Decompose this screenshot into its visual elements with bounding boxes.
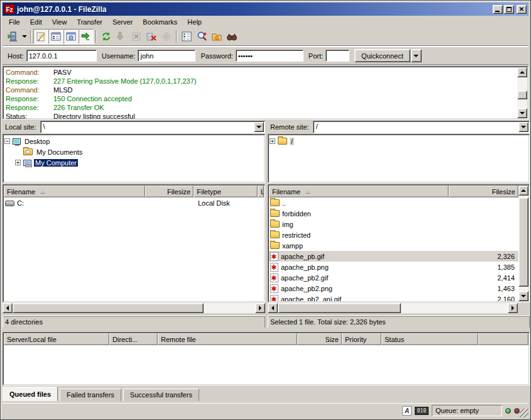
tree-item-my-documents[interactable]: My Documents xyxy=(4,146,263,157)
tree-item-root[interactable]: + / xyxy=(270,136,528,146)
host-input[interactable] xyxy=(26,50,97,62)
table-row[interactable]: img xyxy=(269,219,518,229)
column-header-server-local-file[interactable]: Server/Local file xyxy=(4,333,109,345)
table-row[interactable]: C: Local Disk xyxy=(4,197,264,208)
open-folder-icon xyxy=(278,138,287,145)
table-row[interactable]: restricted xyxy=(269,229,518,240)
scroll-track[interactable] xyxy=(401,303,508,313)
remote-site-dropdown[interactable] xyxy=(518,122,528,132)
local-disk-icon xyxy=(5,201,14,206)
scroll-right-icon[interactable] xyxy=(255,303,265,313)
scroll-thumb[interactable] xyxy=(13,303,204,313)
column-header-lastmodified[interactable]: L xyxy=(258,185,264,197)
filename-cell: apache_pb.png xyxy=(281,263,463,271)
site-manager-icon[interactable] xyxy=(5,29,20,44)
menu-file[interactable]: File xyxy=(4,17,25,27)
menu-edit[interactable]: Edit xyxy=(25,17,47,27)
minimize-button[interactable] xyxy=(493,5,503,14)
maximize-button[interactable] xyxy=(504,5,514,14)
scroll-down-icon[interactable] xyxy=(517,108,527,118)
table-row[interactable]: forbidden xyxy=(269,208,518,219)
close-button[interactable]: ✕ xyxy=(517,5,527,14)
menu-transfer[interactable]: Transfer xyxy=(72,17,107,27)
toggle-local-tree-icon[interactable] xyxy=(48,29,63,44)
directory-listing-filter-icon[interactable] xyxy=(179,29,194,44)
column-header-remote-file[interactable]: Remote file xyxy=(158,333,297,345)
toggle-remote-tree-icon[interactable] xyxy=(63,29,79,44)
table-row[interactable]: apache_pb.png1,385 xyxy=(269,262,518,272)
filezilla-window: Fz john@127.0.0.1 - FileZilla ✕ File Edi… xyxy=(0,0,531,420)
column-header-filename[interactable]: Filename xyxy=(4,185,145,197)
title-bar[interactable]: Fz john@127.0.0.1 - FileZilla ✕ xyxy=(3,3,528,16)
filename-cell: forbidden xyxy=(282,210,463,218)
column-header-filename[interactable]: Filename xyxy=(269,185,449,197)
scroll-thumb[interactable] xyxy=(518,197,528,287)
table-row[interactable]: xampp xyxy=(269,240,518,251)
tab-successful-transfers[interactable]: Successful transfers xyxy=(123,389,199,401)
column-header-size[interactable]: Size xyxy=(297,333,342,345)
menu-bookmarks[interactable]: Bookmarks xyxy=(138,17,182,27)
scroll-down-icon[interactable] xyxy=(518,291,528,301)
port-input[interactable] xyxy=(326,50,349,62)
filename-cell: apache_pb2.gif xyxy=(281,274,463,282)
scroll-up-icon[interactable] xyxy=(518,185,528,196)
synchronized-browsing-icon[interactable] xyxy=(209,29,224,44)
menu-view[interactable]: View xyxy=(47,17,72,27)
find-files-icon[interactable] xyxy=(224,29,239,44)
log-scrollbar[interactable] xyxy=(517,67,527,118)
scroll-thumb[interactable] xyxy=(517,91,527,99)
remote-site-combo[interactable]: / xyxy=(313,121,530,133)
quickconnect-dropdown-button[interactable] xyxy=(411,49,422,62)
disconnect-icon[interactable] xyxy=(144,29,159,44)
password-input[interactable] xyxy=(236,50,304,62)
filezilla-logo-icon: Fz xyxy=(4,4,14,14)
scroll-up-icon[interactable] xyxy=(517,67,527,77)
tree-item-desktop[interactable]: − Desktop xyxy=(4,136,263,146)
collapse-icon[interactable]: − xyxy=(4,138,10,144)
expand-icon[interactable]: + xyxy=(270,138,275,144)
menu-help[interactable]: Help xyxy=(182,17,207,27)
resize-grip[interactable] xyxy=(520,409,528,417)
column-header-filesize[interactable]: Filesize xyxy=(449,185,518,197)
username-input[interactable] xyxy=(138,50,195,62)
table-row-selected[interactable]: apache_pb.gif2,326 xyxy=(269,251,518,262)
scroll-left-icon[interactable] xyxy=(3,303,13,313)
local-site-combo[interactable]: \ xyxy=(40,121,265,133)
log-label: Response: xyxy=(6,94,53,103)
table-row[interactable]: .. xyxy=(269,197,518,208)
menu-server[interactable]: Server xyxy=(107,17,138,27)
log-text: 150 Connection accepted xyxy=(53,95,132,102)
refresh-icon[interactable] xyxy=(99,29,114,44)
remote-vscrollbar[interactable] xyxy=(518,185,528,301)
scroll-thumb[interactable] xyxy=(278,303,401,313)
process-queue-icon[interactable] xyxy=(114,29,129,44)
reconnect-icon[interactable] xyxy=(159,29,174,44)
toggle-message-log-icon[interactable] xyxy=(33,29,48,44)
scroll-left-icon[interactable] xyxy=(268,303,278,313)
site-manager-dropdown-icon[interactable] xyxy=(20,30,28,43)
table-row[interactable]: apache_pb2.png1,463 xyxy=(269,283,518,294)
quickconnect-button[interactable]: Quickconnect xyxy=(354,49,410,62)
tab-queued-files[interactable]: Queued files xyxy=(3,387,58,401)
log-label: Response: xyxy=(6,103,53,112)
tree-item-my-computer[interactable]: + My Computer xyxy=(4,157,263,168)
local-site-dropdown[interactable] xyxy=(254,122,264,132)
queue-body[interactable] xyxy=(4,345,528,384)
column-header-filetype[interactable]: Filetype xyxy=(194,185,258,197)
table-row[interactable]: apache_pb2.gif2,414 xyxy=(269,272,518,283)
remote-hscrollbar[interactable] xyxy=(268,303,518,314)
tab-failed-transfers[interactable]: Failed transfers xyxy=(60,389,121,401)
scroll-right-icon[interactable] xyxy=(508,303,518,313)
column-header-status[interactable]: Status xyxy=(381,333,478,345)
image-file-icon xyxy=(270,263,278,272)
column-header-filesize[interactable]: Filesize xyxy=(145,185,194,197)
scroll-track[interactable] xyxy=(204,303,255,313)
cancel-operation-icon[interactable] xyxy=(129,29,144,44)
expand-icon[interactable]: + xyxy=(15,160,21,165)
table-row[interactable]: apache_pb2_ani.gif2,160 xyxy=(269,294,518,301)
column-header-priority[interactable]: Priority xyxy=(342,333,381,345)
local-hscrollbar[interactable] xyxy=(3,303,265,314)
compare-directories-icon[interactable] xyxy=(194,29,209,44)
column-header-direction[interactable]: Directi... xyxy=(109,333,158,345)
toggle-transfer-queue-icon[interactable] xyxy=(79,29,94,44)
